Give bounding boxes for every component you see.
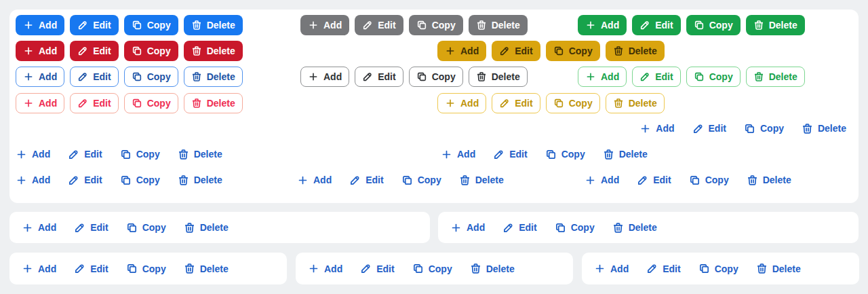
- add-button[interactable]: Add: [16, 67, 64, 87]
- add-button-label: Add: [323, 20, 342, 30]
- copy-button[interactable]: Copy: [126, 261, 166, 276]
- plus-icon: [639, 123, 651, 134]
- add-button[interactable]: Add: [450, 220, 485, 235]
- edit-button[interactable]: Edit: [68, 147, 102, 162]
- edit-button[interactable]: Edit: [355, 67, 403, 87]
- delete-button-label: Delete: [619, 149, 648, 159]
- copy-button[interactable]: Copy: [126, 220, 166, 235]
- edit-button[interactable]: Edit: [70, 41, 118, 61]
- add-button[interactable]: Add: [308, 261, 342, 276]
- delete-button-label: Delete: [207, 20, 235, 30]
- edit-button[interactable]: Edit: [68, 172, 102, 187]
- edit-button[interactable]: Edit: [74, 261, 108, 276]
- edit-button[interactable]: Edit: [360, 261, 394, 276]
- pencil-icon: [499, 45, 510, 56]
- copy-button[interactable]: Copy: [546, 41, 600, 61]
- delete-button[interactable]: Delete: [606, 93, 665, 113]
- edit-button[interactable]: Edit: [637, 172, 671, 187]
- edit-button-label: Edit: [90, 223, 108, 232]
- copy-button[interactable]: Copy: [124, 41, 178, 61]
- delete-button[interactable]: Delete: [184, 41, 243, 61]
- copy-button[interactable]: Copy: [689, 172, 729, 187]
- edit-button[interactable]: Edit: [492, 41, 540, 61]
- edit-button[interactable]: Edit: [492, 93, 540, 113]
- delete-button[interactable]: Delete: [178, 172, 222, 187]
- add-button[interactable]: Add: [437, 93, 486, 113]
- delete-button[interactable]: Delete: [184, 15, 243, 35]
- edit-button[interactable]: Edit: [70, 67, 118, 87]
- delete-button-label: Delete: [207, 72, 235, 81]
- copy-button[interactable]: Copy: [120, 172, 160, 187]
- add-button[interactable]: Add: [639, 121, 674, 136]
- edit-button[interactable]: Edit: [70, 93, 118, 113]
- trash-icon: [459, 174, 471, 186]
- add-button[interactable]: Add: [16, 15, 64, 35]
- delete-button[interactable]: Delete: [470, 261, 515, 276]
- copy-button[interactable]: Copy: [409, 67, 463, 87]
- add-button[interactable]: Add: [441, 147, 475, 162]
- copy-button-label: Copy: [429, 264, 452, 274]
- delete-button[interactable]: Delete: [746, 15, 805, 35]
- copy-button[interactable]: Copy: [124, 93, 178, 113]
- delete-button[interactable]: Delete: [747, 172, 791, 187]
- copy-button[interactable]: Copy: [120, 147, 160, 162]
- delete-button[interactable]: Delete: [184, 220, 229, 235]
- copy-button[interactable]: Copy: [124, 67, 178, 87]
- add-button[interactable]: Add: [22, 220, 56, 235]
- add-button[interactable]: Add: [16, 147, 50, 162]
- delete-button[interactable]: Delete: [603, 147, 648, 162]
- edit-button[interactable]: Edit: [646, 261, 680, 276]
- delete-button[interactable]: Delete: [184, 261, 229, 276]
- edit-button[interactable]: Edit: [493, 147, 527, 162]
- add-button-label: Add: [32, 149, 50, 159]
- copy-button[interactable]: Copy: [401, 172, 441, 187]
- add-button[interactable]: Add: [300, 15, 349, 35]
- copy-button[interactable]: Copy: [686, 15, 741, 35]
- copy-button[interactable]: Copy: [555, 220, 595, 235]
- add-button[interactable]: Add: [578, 15, 627, 35]
- edit-button[interactable]: Edit: [349, 172, 383, 187]
- add-button[interactable]: Add: [16, 172, 50, 187]
- add-button[interactable]: Add: [437, 41, 486, 61]
- delete-button-label: Delete: [492, 72, 520, 81]
- edit-button[interactable]: Edit: [74, 220, 108, 235]
- edit-button[interactable]: Edit: [70, 15, 118, 35]
- edit-button[interactable]: Edit: [502, 220, 536, 235]
- delete-button[interactable]: Delete: [184, 67, 243, 87]
- copy-button[interactable]: Copy: [744, 121, 784, 136]
- edit-button[interactable]: Edit: [632, 67, 680, 87]
- add-button[interactable]: Add: [585, 172, 619, 187]
- add-button[interactable]: Add: [297, 172, 332, 187]
- copy-button-label: Copy: [569, 98, 593, 108]
- edit-button[interactable]: Edit: [632, 15, 680, 35]
- delete-button[interactable]: Delete: [469, 15, 528, 35]
- copy-button[interactable]: Copy: [546, 93, 600, 113]
- delete-button[interactable]: Delete: [746, 67, 805, 87]
- delete-button[interactable]: Delete: [606, 41, 665, 61]
- copy-button[interactable]: Copy: [698, 261, 738, 276]
- copy-button[interactable]: Copy: [409, 15, 463, 35]
- add-button[interactable]: Add: [300, 67, 349, 87]
- copy-button[interactable]: Copy: [412, 261, 452, 276]
- copy-button[interactable]: Copy: [545, 147, 585, 162]
- copy-button[interactable]: Copy: [686, 67, 741, 87]
- delete-button[interactable]: Delete: [459, 172, 504, 187]
- add-button[interactable]: Add: [16, 93, 64, 113]
- plus-icon: [445, 45, 456, 56]
- delete-button[interactable]: Delete: [756, 261, 801, 276]
- edit-button[interactable]: Edit: [692, 121, 726, 136]
- delete-button[interactable]: Delete: [612, 220, 657, 235]
- delete-button[interactable]: Delete: [802, 121, 846, 136]
- toolbar-card-5: AddEditCopyDelete: [582, 253, 859, 284]
- delete-button[interactable]: Delete: [184, 93, 243, 113]
- add-button[interactable]: Add: [22, 261, 56, 276]
- copy-button[interactable]: Copy: [124, 15, 178, 35]
- edit-button[interactable]: Edit: [355, 15, 403, 35]
- trash-icon: [613, 45, 624, 56]
- add-button[interactable]: Add: [594, 261, 629, 276]
- delete-button[interactable]: Delete: [469, 67, 528, 87]
- add-button[interactable]: Add: [578, 67, 627, 87]
- add-button[interactable]: Add: [16, 41, 64, 61]
- text-blue-button-group: AddEditCopyDelete: [639, 121, 846, 136]
- delete-button[interactable]: Delete: [178, 147, 222, 162]
